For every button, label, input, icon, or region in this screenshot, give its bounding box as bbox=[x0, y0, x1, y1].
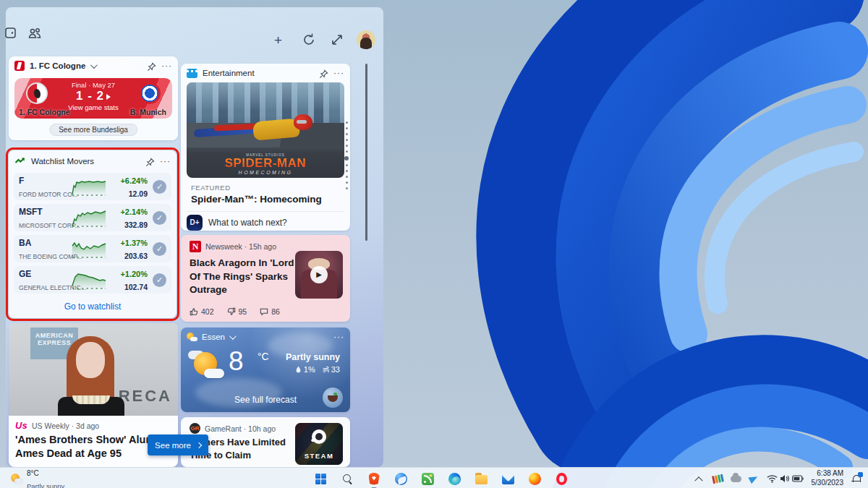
stock-row-ba[interactable]: BATHE BOEING COMP... +1.37%203.63 ✓ bbox=[14, 235, 171, 262]
steam-label: STEAM bbox=[295, 452, 343, 460]
price: 332.89 bbox=[124, 221, 148, 229]
taskbar: 8°CPartly sunny ★ 6:38 AM5/30/2023 bbox=[0, 467, 868, 488]
ticker: MSFT bbox=[19, 207, 43, 217]
tray-telegram-button[interactable] bbox=[746, 471, 762, 487]
widgets-panel: + 1. FC Cologne ··· Final · May 27 bbox=[6, 7, 383, 467]
likes[interactable]: 402 bbox=[190, 307, 214, 316]
ticker: F bbox=[19, 176, 24, 186]
tray-cloud-button[interactable] bbox=[728, 471, 744, 487]
battery-button[interactable] bbox=[790, 471, 806, 487]
droplet-icon bbox=[295, 366, 302, 374]
plant-bowl-icon[interactable] bbox=[323, 388, 343, 408]
chevron-down-icon[interactable] bbox=[229, 333, 237, 340]
spiderman-poster-image[interactable]: MARVEL STUDIOS SPIDER-MAN HOMECOMING bbox=[187, 82, 344, 178]
article-headline[interactable]: Black Aragorn In 'Lord Of The Rings' Spa… bbox=[190, 257, 297, 297]
featured-movie-title[interactable]: Spider-Man™: Homecoming bbox=[191, 194, 322, 205]
tray-show-hidden-button[interactable] bbox=[691, 471, 707, 487]
search-button[interactable] bbox=[339, 470, 356, 487]
match-score: 1 - 2 bbox=[51, 89, 136, 103]
ticker: GE bbox=[19, 269, 31, 279]
go-to-watchlist-link[interactable]: Go to watchlist bbox=[9, 301, 176, 312]
panel-toggle-icon[interactable] bbox=[3, 26, 17, 40]
watchlist-card[interactable]: Watchlist Movers ··· FFORD MOTOR CO... +… bbox=[9, 150, 176, 318]
price-change: +1.20% bbox=[120, 270, 148, 278]
video-thumbnail[interactable]: ▶ bbox=[295, 251, 343, 299]
pin-icon[interactable] bbox=[145, 157, 155, 166]
see-more-bundesliga-button[interactable]: See more Bundesliga bbox=[49, 124, 137, 136]
user-avatar[interactable] bbox=[357, 30, 375, 49]
expand-button[interactable] bbox=[330, 33, 344, 47]
watchlist-added-check-icon[interactable]: ✓ bbox=[153, 273, 166, 287]
opera-button[interactable] bbox=[553, 470, 570, 487]
watchlist-added-check-icon[interactable]: ✓ bbox=[153, 211, 166, 225]
watchlist-title: Watchlist Movers bbox=[31, 157, 94, 166]
desktop: + 1. FC Cologne ··· Final · May 27 bbox=[0, 0, 868, 488]
wifi-icon bbox=[767, 474, 778, 483]
chevron-up-icon bbox=[694, 476, 702, 484]
edge-browser-button[interactable] bbox=[446, 470, 463, 487]
stock-row-ge[interactable]: GEGENERAL ELECTRIC... +1.20%102.74 ✓ bbox=[14, 266, 171, 294]
send-arrow-icon bbox=[748, 474, 759, 484]
entertainment-card[interactable]: Entertainment ··· MARVEL STUDIOS SPIDER-… bbox=[181, 64, 350, 231]
play-button-icon[interactable]: ▶ bbox=[310, 266, 328, 283]
taskbar-clock[interactable]: 6:38 AM5/30/2023 bbox=[812, 469, 844, 487]
ticker: BA bbox=[19, 238, 31, 248]
notification-center-button[interactable] bbox=[848, 471, 864, 487]
match-score-strip[interactable]: Final · May 27 1 - 2 View game stats 1. … bbox=[14, 78, 172, 119]
price-change: +6.24% bbox=[120, 176, 148, 185]
weather-card[interactable]: Essen ··· 8 °C Partly sunny 1% 33 See fu… bbox=[181, 328, 350, 412]
pin-icon[interactable] bbox=[319, 69, 328, 78]
carousel-indicator[interactable] bbox=[344, 121, 349, 189]
pin-icon[interactable] bbox=[147, 61, 156, 71]
thunderbird-button[interactable] bbox=[392, 470, 409, 487]
tray-app-colorwaves-button[interactable] bbox=[710, 471, 726, 487]
weather-condition: Partly sunny bbox=[286, 352, 340, 362]
article-photo: AMERICANEXPRESS RECA bbox=[9, 323, 178, 416]
more-options-icon[interactable]: ··· bbox=[333, 69, 344, 77]
photo-person bbox=[54, 336, 129, 416]
watchlist-added-check-icon[interactable]: ✓ bbox=[153, 242, 166, 256]
panel-scrollbar[interactable] bbox=[365, 64, 367, 241]
featured-label: FEATURED bbox=[191, 184, 231, 192]
entertainment-icon bbox=[187, 69, 197, 78]
more-options-icon[interactable]: ··· bbox=[160, 158, 171, 165]
chevron-down-icon[interactable] bbox=[90, 61, 98, 69]
mail-button[interactable] bbox=[499, 470, 516, 487]
rss-reader-button[interactable]: ★ bbox=[419, 470, 436, 487]
home-team-name: 1. FC Cologne bbox=[19, 108, 70, 116]
poster-subtitle-text: HOMECOMING bbox=[187, 170, 344, 175]
price-change: +2.14% bbox=[120, 207, 148, 216]
add-widget-button[interactable]: + bbox=[274, 33, 289, 47]
disney-plus-icon: D+ bbox=[187, 215, 203, 231]
date: 5/30/2023 bbox=[812, 479, 844, 487]
watchlist-added-check-icon[interactable]: ✓ bbox=[153, 180, 166, 194]
windows-logo-icon bbox=[315, 474, 326, 484]
watch-next-row[interactable]: D+ What to watch next? bbox=[187, 211, 344, 230]
firefox-icon bbox=[529, 473, 541, 485]
sports-card[interactable]: 1. FC Cologne ··· Final · May 27 1 - 2 V… bbox=[9, 56, 178, 140]
more-options-icon[interactable]: ··· bbox=[333, 333, 344, 341]
interests-people-icon[interactable] bbox=[27, 26, 42, 40]
steam-thumbnail[interactable]: STEAM bbox=[295, 423, 343, 465]
chevron-right-icon bbox=[196, 442, 202, 448]
more-options-icon[interactable]: ··· bbox=[161, 62, 172, 69]
file-explorer-button[interactable] bbox=[472, 470, 490, 487]
dislikes[interactable]: 95 bbox=[227, 307, 247, 316]
comments[interactable]: 86 bbox=[260, 307, 280, 316]
taskbar-weather-widget[interactable]: 8°CPartly sunny bbox=[3, 468, 72, 488]
start-button[interactable] bbox=[312, 470, 329, 487]
sports-card-title[interactable]: 1. FC Cologne bbox=[30, 61, 85, 70]
stock-row-msft[interactable]: MSFTMICROSOFT CORP... +2.14%332.89 ✓ bbox=[14, 204, 171, 231]
aqi-icon bbox=[323, 366, 329, 374]
see-more-button[interactable]: See more bbox=[148, 435, 208, 455]
firefox-button[interactable] bbox=[526, 470, 543, 487]
stocks-trend-icon bbox=[14, 155, 26, 167]
stock-row-ford[interactable]: FFORD MOTOR CO... +6.24%12.09 ✓ bbox=[14, 173, 171, 200]
mail-icon bbox=[502, 475, 514, 484]
refresh-button[interactable] bbox=[302, 33, 316, 47]
weather-location[interactable]: Essen bbox=[202, 333, 225, 341]
city-skyline bbox=[187, 82, 344, 123]
brave-browser-button[interactable] bbox=[365, 470, 383, 487]
newsweek-news-card[interactable]: N Newsweek · 15h ago Black Aragorn In 'L… bbox=[181, 235, 350, 322]
search-icon bbox=[343, 474, 352, 484]
